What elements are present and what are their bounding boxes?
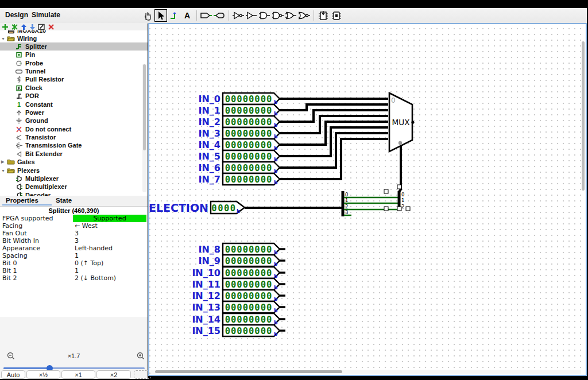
selection-value[interactable]: 0000 (211, 203, 236, 214)
expander-open-icon[interactable]: ▼ (1, 169, 5, 173)
text-tool-button[interactable]: A (181, 9, 194, 22)
tree-item-transmission-gate[interactable]: Transmission Gate (0, 141, 148, 149)
tree-item-constant[interactable]: 1 Constant (0, 100, 148, 108)
splitter-bit-label: 2 (345, 204, 348, 210)
menu-bar: Design Simulate A (0, 8, 587, 24)
pin-value[interactable]: 00000000 (225, 256, 273, 266)
buffer-gate-button[interactable] (245, 9, 258, 22)
zoom-half-button[interactable]: ×½ (26, 370, 60, 379)
or-gate-button[interactable] (285, 9, 297, 22)
menu-simulate[interactable]: Simulate (32, 11, 60, 19)
bit-extender-icon (15, 150, 23, 158)
tree-folder-wiring[interactable]: ▼ Wiring (0, 34, 148, 42)
tree-item-tunnel[interactable]: Tunnel (0, 67, 148, 75)
and-gate-button[interactable] (258, 9, 271, 22)
tab-properties[interactable]: Properties (6, 197, 38, 204)
property-row: Bit 2 2 (↓ Bottom) (0, 274, 148, 282)
pin-value[interactable]: 00000000 (225, 117, 273, 127)
tree-item-splitter[interactable]: Splitter (0, 42, 148, 51)
expander-open-icon[interactable]: ▼ (1, 37, 5, 41)
pin-value[interactable]: 00000000 (225, 280, 273, 290)
mux-component[interactable]: 0 MUX (389, 93, 415, 152)
output-pin-button[interactable] (213, 9, 226, 22)
fpga-supported-value[interactable]: Supported (73, 215, 146, 222)
expander-closed-icon[interactable]: ▶ (1, 160, 4, 164)
tree-scrollbar-thumb[interactable] (143, 64, 146, 150)
splitter-bit-label: 2 (401, 204, 404, 210)
tree-item-pin[interactable]: Pin (0, 51, 148, 59)
stub-wires[interactable] (280, 249, 285, 331)
fpga-commander-button[interactable] (317, 9, 330, 22)
delete-button[interactable] (48, 24, 55, 30)
tree-item-mux8x10[interactable]: MUX8X10 (0, 30, 148, 34)
tunnel-icon (15, 68, 23, 75)
pin-value[interactable]: 00000000 (225, 268, 273, 278)
canvas-hscrollbar[interactable] (150, 370, 581, 374)
bus-wires[interactable] (280, 99, 388, 179)
left-panel: MUX8X10 ▼ Wiring Splitter Pin (0, 23, 148, 379)
edit-tool-button[interactable] (154, 9, 167, 22)
move-up-button[interactable] (21, 24, 27, 30)
zoom-auto-button[interactable]: Auto (1, 370, 25, 379)
tree-folder-plexers[interactable]: ▼ Plexers (0, 166, 148, 175)
tree-item-probe[interactable]: Probe (0, 59, 148, 67)
pin-value[interactable]: 00000000 (225, 291, 273, 301)
transistor-icon (15, 134, 23, 141)
nand-gate-button[interactable] (272, 9, 284, 22)
tree-item-clock[interactable]: Clock (0, 84, 148, 92)
pin-value[interactable]: 00000000 (225, 175, 273, 185)
pin-value[interactable]: 00000000 (225, 152, 273, 162)
pull-resistor-icon (15, 76, 23, 83)
pin-label: IN_4 (199, 139, 220, 150)
move-down-button[interactable] (29, 24, 36, 30)
mux-select-port[interactable] (399, 141, 402, 145)
pin-label: IN_15 (192, 325, 220, 336)
add-circuit-button[interactable] (2, 24, 9, 30)
pin-value[interactable]: 00000000 (225, 315, 273, 325)
tree-item-pull-resistor[interactable]: Pull Resistor (0, 75, 148, 83)
pin-value[interactable]: 00000000 (225, 326, 273, 336)
pin-value[interactable]: 00000000 (225, 245, 273, 255)
tree-item-ground[interactable]: Ground (0, 117, 148, 125)
input-pin-button[interactable] (200, 9, 212, 22)
radix-mark: b (274, 331, 278, 337)
mux-output-port[interactable] (411, 121, 414, 123)
pin-value[interactable]: 00000000 (225, 140, 273, 150)
tree-item-multiplexer[interactable]: Multiplexer (0, 175, 148, 183)
canvas-vscrollbar[interactable] (581, 25, 585, 370)
tree-scrollbar[interactable] (142, 64, 146, 192)
tab-state[interactable]: State (56, 197, 72, 204)
selection-pin[interactable]: SELECTION 0000 b (149, 201, 245, 214)
nor-gate-button[interactable] (298, 9, 311, 22)
tree-item-por[interactable]: POR (0, 92, 148, 100)
radix-mark: b (274, 296, 278, 302)
import-library-button[interactable] (11, 24, 18, 30)
power-icon (15, 109, 23, 117)
tree-item-demultiplexer[interactable]: Demultiplexer (0, 183, 148, 191)
tree-item-do-not-connect[interactable]: Do not connect (0, 125, 148, 133)
pin-value[interactable]: 00000000 (225, 163, 273, 173)
menu-design[interactable]: Design (5, 11, 28, 19)
wiring-tool-button[interactable] (168, 9, 180, 22)
pin-value[interactable]: 00000000 (225, 303, 273, 313)
circuit-canvas[interactable]: 0 MUX 0 1 2 3 0 1 2 (148, 23, 587, 376)
tree-item-power[interactable]: Power (0, 108, 148, 117)
splitter-left[interactable]: 0 1 2 3 (343, 191, 398, 216)
canvas-hscrollbar-thumb[interactable] (155, 370, 342, 373)
zoom-in-icon[interactable] (137, 352, 145, 360)
chip-icon (331, 10, 342, 21)
pin-value[interactable]: 00000000 (225, 94, 273, 104)
zoom-2x-button[interactable]: ×2 (96, 370, 131, 379)
board-settings-button[interactable] (330, 9, 343, 22)
not-gate-button[interactable] (232, 9, 245, 22)
zoom-1x-button[interactable]: ×1 (61, 370, 95, 379)
mux-select-wire[interactable] (399, 144, 401, 192)
pin-value[interactable]: 00000000 (225, 129, 273, 139)
tree-folder-gates[interactable]: ▶ Gates (0, 158, 148, 166)
pin-value[interactable]: 00000000 (225, 106, 273, 116)
poke-tool-button[interactable] (141, 9, 154, 22)
tree-item-bit-extender[interactable]: Bit Extender (0, 150, 148, 158)
tree-item-transistor[interactable]: Transistor (0, 133, 148, 141)
canvas-vscrollbar-thumb[interactable] (582, 41, 585, 191)
edit-icon-button[interactable] (38, 24, 45, 30)
